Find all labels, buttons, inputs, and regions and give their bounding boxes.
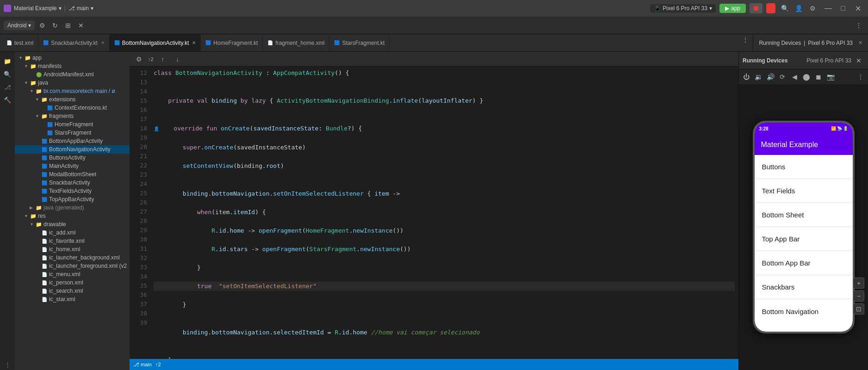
sync-icon-btn[interactable]: ↻ [50,20,61,31]
tree-ic-add[interactable]: 📄 ic_add.xml [15,228,130,237]
tab-close-snackbar[interactable]: ✕ [101,40,105,45]
settings-button[interactable]: ⚙ [807,3,818,14]
power-btn[interactable]: ⏻ [741,71,752,82]
arrow: ▼ [19,56,23,60]
tree-drawable[interactable]: ▼ 📁 drawable [15,220,130,228]
tab-label-snackbar: SnackbarActivity.kt [51,40,97,46]
volume-up-btn[interactable]: 🔊 [765,71,776,82]
home-nav-btn[interactable]: ⬤ [801,71,812,82]
search-button[interactable]: 🔍 [779,3,790,14]
android-label: Android [7,22,26,29]
split-icon-btn[interactable]: ⊞ [62,20,74,31]
volume-down-btn[interactable]: 🔉 [753,71,764,82]
tree-modal[interactable]: 🟦 ModalBottomSheet [15,170,130,179]
list-item-textfields[interactable]: Text Fields [755,179,853,203]
editor-settings-btn[interactable]: ⚙ [133,54,144,65]
fit-btn[interactable]: ⊡ [853,303,864,314]
device-selector[interactable]: 📱 Pixel 6 Pro API 33 ▾ [650,4,716,12]
maximize-button[interactable]: □ [837,2,849,15]
tree-java-generated[interactable]: ▶ 📁 java (generated) [15,204,130,212]
tree-extensions[interactable]: ▼ 📁 extensions [15,95,130,104]
phone-mockup: 3:28 📶 📡 🔋 Material Example Buttons [753,121,855,333]
run-button[interactable]: ▶ app [719,4,746,13]
running-devices-tab[interactable]: Running Devices | Pixel 6 Pro API 33 ✕ [753,34,868,51]
tab-homefrag[interactable]: 🟦 HomeFragment.kt [201,34,263,51]
more-icon-btn[interactable]: ⋮ [853,20,864,31]
more-device-btn[interactable]: ⋮ [855,71,866,82]
tab-bottomnav[interactable]: 🟦 BottomNavigationActivity.kt ✕ [110,34,201,51]
tree-starsfrag[interactable]: 🟦 StarsFragment [15,129,130,137]
code-editor[interactable]: 1213141516171819202122232425262728293031… [130,67,738,359]
device-chevron: ▾ [709,5,712,12]
tree-app[interactable]: ▼ 📁 app [15,54,130,62]
tree-bottomnav-activity[interactable]: 🟦 BottomNavigationActivity [15,145,130,154]
tree-topappbar[interactable]: 🟦 TopAppBarActivity [15,195,130,204]
tree-snackbar[interactable]: 🟦 SnackbarActivity [15,179,130,187]
android-selector[interactable]: Android ▾ [4,21,35,30]
tree-manifests[interactable]: ▼ 📁 manifests [15,62,130,70]
zoom-in-btn[interactable]: + [853,278,864,289]
tree-contextext[interactable]: 🟦 ContextExtensions.kt [15,104,130,112]
list-item-snackbars[interactable]: Snackbars [755,275,853,299]
more-tabs-button[interactable]: ⋮ [740,34,751,45]
app-name-chevron: ▾ [59,5,62,12]
zoom-out-btn[interactable]: − [853,290,864,302]
list-item-buttons[interactable]: Buttons [755,155,853,179]
tree-ic-star[interactable]: 📄 ic_star.xml [15,295,130,303]
close-icon-btn[interactable]: ✕ [75,20,87,31]
app-name-selector[interactable]: Material Example ▾ [14,5,62,12]
tab-test-xml[interactable]: 📄 test.xml [2,34,38,51]
tree-java[interactable]: ▼ 📁 java [15,79,130,87]
scroll-down-btn[interactable]: ↓ [172,54,183,65]
find-icon-btn[interactable]: 🔍 [2,68,13,80]
tree-ic-home[interactable]: 📄 ic_home.xml [15,245,130,253]
code-content[interactable]: class BottomNavigationActivity : AppComp… [150,67,738,359]
tab-starsfrag[interactable]: 🟦 StarsFragment.kt [329,34,390,51]
tree-ic-menu[interactable]: 📄 ic_menu.xml [15,270,130,278]
tree-ic-search[interactable]: 📄 ic_search.xml [15,287,130,295]
tree-label: TopAppBarActivity [49,196,94,203]
kill-button[interactable] [766,3,775,13]
list-item-bottomnav[interactable]: Bottom Navigation [755,299,853,323]
tree-ic-person[interactable]: 📄 ic_person.xml [15,278,130,287]
back-btn[interactable]: ◀ [789,71,800,82]
tab-close-bottomnav[interactable]: ✕ [192,40,196,45]
screenshot-btn[interactable]: 📷 [825,71,836,82]
tree-main[interactable]: 🟦 MainActivity [15,162,130,170]
status-bar: ⎇ main ↑2 [130,359,738,370]
vcs-icon-btn[interactable]: ⎇ [2,81,13,92]
list-item-bottomappbar[interactable]: Bottom App Bar [755,251,853,275]
tree-textfields[interactable]: 🟦 TextFieldsActivity [15,187,130,195]
tree-homefrag[interactable]: 🟦 HomeFragment [15,120,130,129]
profile-button[interactable]: 👤 [793,3,804,14]
list-item-topappbar[interactable]: Top App Bar [755,227,853,251]
status-icons: 📶 📡 🔋 [831,126,848,131]
close-button[interactable]: ✕ [851,2,864,15]
scroll-up-btn[interactable]: ↑ [157,54,168,65]
tree-package[interactable]: ▼ 📁 br.com.messoretech main / ø [15,87,130,95]
tree-bottomappbar[interactable]: 🟦 BottomAppBarActivity [15,137,130,145]
tab-label-stars: StarsFragment.kt [342,40,384,46]
tree-buttons[interactable]: 🟦 ButtonsActivity [15,154,130,162]
tree-ic-favorite[interactable]: 📄 ic_favorite.xml [15,237,130,245]
branch-selector[interactable]: ⎇ main ▾ [68,5,93,12]
tree-fragments[interactable]: ▼ 📁 fragments [15,112,130,120]
running-devices-close[interactable]: ✕ [858,40,862,46]
minimize-button[interactable]: — [822,2,835,15]
panel-close-btn[interactable]: ✕ [853,55,864,66]
settings-icon-btn[interactable]: ⚙ [37,20,48,31]
tree-ic-launcher-bg[interactable]: 📄 ic_launcher_background.xml [15,253,130,262]
rotate-btn[interactable]: ⟳ [777,71,788,82]
line-numbers: 1213141516171819202122232425262728293031… [130,67,150,359]
tab-fragment-home-xml[interactable]: 📄 fragment_home.xml [263,34,329,51]
tree-res[interactable]: ▼ 📁 res [15,212,130,220]
project-icon-btn[interactable]: 📁 [2,56,13,67]
list-item-bottomsheet[interactable]: Bottom Sheet [755,203,853,227]
tab-snackbar[interactable]: 🟦 SnackbarActivity.kt ✕ [38,34,109,51]
tree-androidmanifest[interactable]: 🟢 AndroidManifest.xml [15,70,130,79]
build-icon-btn[interactable]: 🔨 [2,94,13,105]
stop-button[interactable] [750,3,763,13]
square-btn[interactable]: ◼ [813,71,824,82]
tree-ic-launcher-fg[interactable]: 📄 ic_launcher_foreground.xml (v2 [15,262,130,270]
more-sidebar-btn[interactable]: ⋮ [2,359,13,370]
